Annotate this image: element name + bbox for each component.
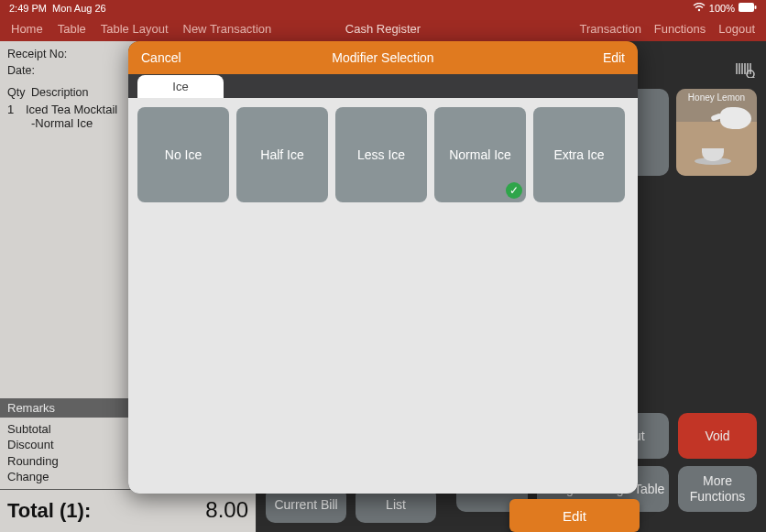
modifier-option-no-ice[interactable]: No Ice [137,107,229,202]
nav-logout[interactable]: Logout [718,22,755,36]
top-nav: Home Table Table Layout New Transaction … [0,16,766,41]
rounding-label: Rounding [7,453,59,470]
modal-title: Modifier Selection [128,50,638,65]
modal-edit-button[interactable]: Edit [509,499,640,532]
status-date: Mon Aug 26 [52,3,106,14]
more-functions-button[interactable]: More Functions [678,466,757,512]
discount-label: Discount [7,437,54,453]
status-bar: 2:49 PM Mon Aug 26 100% [0,0,766,16]
check-icon: ✓ [506,182,522,199]
modal-edit-header-button[interactable]: Edit [603,50,625,65]
svg-rect-1 [739,3,754,12]
modifier-option-extra-ice[interactable]: Extra Ice [533,107,625,202]
tab-ice[interactable]: Ice [137,75,224,98]
modifier-option-half-ice[interactable]: Half Ice [236,107,328,202]
modifier-modal: Cancel Modifier Selection Edit Ice No Ic… [128,41,638,494]
total-value: 8.00 [205,497,248,523]
line-qty: 1 [7,103,26,116]
nav-table[interactable]: Table [58,22,86,36]
battery-percent: 100% [709,3,735,14]
grand-total: Total (1): 8.00 [0,489,256,532]
modal-body: No IceHalf IceLess IceNormal Ice✓Extra I… [128,98,638,494]
modal-tab-strip: Ice [128,74,638,98]
total-label: Total (1): [7,499,91,523]
col-desc: Description [31,86,89,99]
battery-icon [739,3,757,14]
void-button[interactable]: Void [678,413,757,459]
status-time: 2:49 PM [9,3,47,14]
subtotal-label: Subtotal [7,421,51,438]
product-label: Honey Lemon [676,92,757,103]
change-label: Change [7,469,49,485]
product-tile-honey-lemon[interactable]: Honey Lemon [676,89,757,176]
nav-functions[interactable]: Functions [654,22,706,36]
nav-transaction[interactable]: Transaction [579,22,640,36]
svg-point-0 [698,9,700,11]
nav-table-layout[interactable]: Table Layout [101,22,169,36]
modal-header: Cancel Modifier Selection Edit [128,41,638,74]
modifier-option-normal-ice[interactable]: Normal Ice✓ [434,107,526,202]
wifi-icon [693,3,706,14]
svg-line-10 [753,77,755,78]
nav-new-transaction[interactable]: New Transaction [183,22,272,36]
col-qty: Qty [7,86,31,99]
nav-home[interactable]: Home [11,22,43,36]
modifier-option-less-ice[interactable]: Less Ice [335,107,427,202]
svg-rect-2 [755,5,757,9]
modal-cancel-button[interactable]: Cancel [141,50,181,65]
barcode-icon[interactable] [735,61,755,82]
